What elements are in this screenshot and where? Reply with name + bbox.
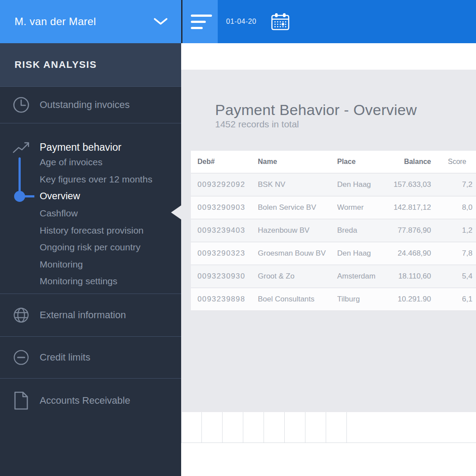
cell-deb-number: 0093230930 — [191, 264, 258, 287]
sidebar-subitem-ongoing-risk-per-country[interactable]: Ongoing risk per country — [40, 239, 152, 256]
active-branch-line — [19, 157, 21, 196]
cell-place: Wormer — [337, 196, 386, 219]
grid-cell — [243, 412, 264, 443]
grid-cell — [181, 412, 202, 443]
sidebar-section-title: RISK ANALYSIS — [15, 59, 97, 71]
cell-balance: 18.110,60 — [386, 264, 431, 287]
column-header-name[interactable]: Name — [258, 151, 337, 173]
sidebar: M. van der Marel RISK ANALYSIS Outstandi… — [0, 0, 181, 476]
records-count: 1452 records in total — [215, 119, 476, 130]
table-row[interactable]: 0093239898Boel ConsultantsTilburg10.291.… — [191, 287, 476, 310]
app-window: M. van der Marel RISK ANALYSIS Outstandi… — [0, 0, 476, 476]
active-branch-dot — [14, 191, 25, 202]
cell-score: 7,2 — [431, 173, 476, 196]
cell-balance: 142.817,12 — [386, 196, 431, 219]
grid-cell — [223, 412, 243, 443]
grid-cell — [326, 412, 347, 443]
sidebar-section-credit-limits: Credit limits — [0, 336, 181, 378]
sidebar-section-outstanding-invoices: Outstanding invoices — [0, 86, 181, 123]
chevron-down-icon — [153, 18, 168, 26]
sidebar-item-label: Credit limits — [40, 352, 90, 363]
grid-cell — [264, 412, 285, 443]
page-header: Payment Behavior - Overview 1452 records… — [181, 70, 476, 130]
sidebar-subitem-cashflow[interactable]: Cashflow — [40, 205, 152, 222]
cell-name: Groesman Bouw BV — [258, 242, 337, 264]
cell-name: Boel Consultants — [258, 287, 337, 310]
sidebar-subitem-monitoring-settings[interactable]: Monitoring settings — [40, 273, 152, 290]
bottom-grid-strip — [181, 412, 476, 443]
grid-cell — [202, 412, 223, 443]
cell-place: Breda — [337, 219, 386, 242]
sidebar-subitem-age-of-invoices[interactable]: Age of invoices — [40, 154, 152, 171]
sidebar-item-credit-limits[interactable]: Credit limits — [0, 337, 181, 378]
sidebar-item-label: Payment behavior — [40, 141, 121, 153]
records-table: Deb#NamePlaceBalanceScore 0093292092BSK … — [191, 151, 476, 310]
table-body: 0093292092BSK NVDen Haag157.633,037,2009… — [191, 173, 476, 310]
cell-balance: 157.633,03 — [386, 173, 431, 196]
cell-place: Amsterdam — [337, 264, 386, 287]
cell-name: Bolen Service BV — [258, 196, 337, 219]
cell-score: 1,2 — [431, 219, 476, 242]
cell-balance: 24.468,90 — [386, 242, 431, 264]
cell-deb-number: 0093239403 — [191, 219, 258, 242]
sidebar-section-payment-behavior: Payment behavior Age of invoicesKey figu… — [0, 123, 181, 294]
trending-up-icon — [12, 139, 30, 156]
cell-name: Hazenbouw BV — [258, 219, 337, 242]
date-display: 01-04-20 — [226, 18, 257, 26]
column-header-deb[interactable]: Deb# — [191, 151, 258, 173]
document-icon — [12, 391, 30, 410]
records-table-container: Deb#NamePlaceBalanceScore 0093292092BSK … — [191, 151, 476, 310]
cell-score: 6,1 — [431, 287, 476, 310]
table-header-row: Deb#NamePlaceBalanceScore — [191, 151, 476, 173]
page-title: Payment Behavior - Overview — [215, 101, 476, 118]
sidebar-item-external-information[interactable]: External information — [0, 294, 181, 336]
content-top-gap — [181, 43, 476, 70]
cell-balance: 77.876,90 — [386, 219, 431, 242]
table-row[interactable]: 0093239403Hazenbouw BVBreda77.876,901,2 — [191, 219, 476, 242]
cell-score: 5,4 — [431, 264, 476, 287]
sidebar-item-outstanding-invoices[interactable]: Outstanding invoices — [0, 87, 181, 123]
active-page-pointer — [171, 205, 181, 219]
table-row[interactable]: 0093290903Bolen Service BVWormer142.817,… — [191, 196, 476, 219]
calendar-button[interactable] — [271, 12, 290, 31]
column-header-score[interactable]: Score — [431, 151, 476, 173]
cell-place: Den Haag — [337, 242, 386, 264]
cell-balance: 10.291.90 — [386, 287, 431, 310]
cell-name: BSK NV — [258, 173, 337, 196]
table-row[interactable]: 0093230930Groot & ZoAmsterdam18.110,605,… — [191, 264, 476, 287]
globe-icon — [12, 306, 30, 324]
menu-button[interactable] — [181, 0, 218, 43]
main-area: 01-04-20 — [181, 0, 476, 476]
column-header-place[interactable]: Place — [337, 151, 386, 173]
sidebar-subitem-overview[interactable]: Overview — [40, 188, 152, 205]
cell-deb-number: 0093292092 — [191, 173, 258, 196]
content-panel: Payment Behavior - Overview 1452 records… — [181, 70, 476, 412]
cell-deb-number: 0093239898 — [191, 287, 258, 310]
column-header-balance[interactable]: Balance — [386, 151, 431, 173]
calendar-icon — [271, 12, 290, 31]
sidebar-item-label: Outstanding invoices — [40, 99, 130, 111]
sidebar-section-external-information: External information — [0, 294, 181, 336]
grid-cell — [285, 412, 305, 443]
user-switcher[interactable]: M. van der Marel — [0, 0, 181, 43]
sidebar-subitem-key-figures-over-12-months[interactable]: Key figures over 12 months — [40, 171, 152, 188]
cell-score: 7,8 — [431, 242, 476, 264]
sidebar-section-accounts-receivable: Accounts Receivable — [0, 378, 181, 476]
sidebar-item-label: External information — [40, 309, 126, 321]
cell-place: Tilburg — [337, 287, 386, 310]
clock-icon — [12, 96, 30, 114]
sidebar-item-accounts-receivable[interactable]: Accounts Receivable — [0, 379, 181, 423]
cell-place: Den Haag — [337, 173, 386, 196]
cell-deb-number: 0093290903 — [191, 196, 258, 219]
minus-circle-icon — [12, 348, 30, 367]
menu-icon — [191, 21, 206, 23]
sidebar-subitem-monitoring[interactable]: Monitoring — [40, 256, 152, 273]
table-row[interactable]: 0093292092BSK NVDen Haag157.633,037,2 — [191, 173, 476, 196]
sidebar-item-label: Accounts Receivable — [40, 395, 130, 406]
cell-deb-number: 0093290323 — [191, 242, 258, 264]
user-name: M. van der Marel — [15, 15, 96, 28]
menu-icon — [191, 15, 212, 17]
table-row[interactable]: 0093290323Groesman Bouw BVDen Haag24.468… — [191, 242, 476, 264]
sidebar-subitem-history-forecast-provision[interactable]: History forecast provision — [40, 222, 152, 239]
grid-cell — [305, 412, 326, 443]
